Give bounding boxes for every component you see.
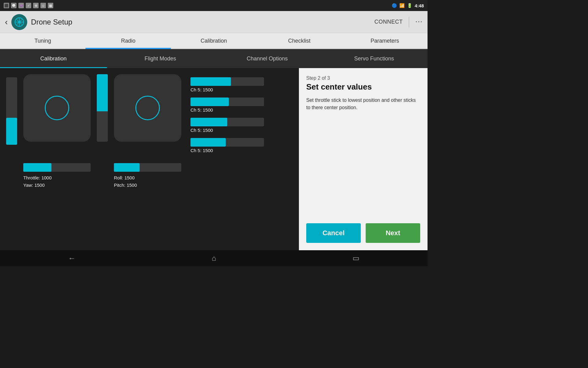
- connect-button[interactable]: CONNECT: [375, 19, 403, 25]
- back-nav-icon[interactable]: ←: [68, 254, 75, 263]
- recent-nav-icon[interactable]: ▭: [352, 254, 360, 263]
- status-icons-left: ⬛ 💬 👾 ✓ ⊕ ☺ ▦: [4, 3, 53, 8]
- divider: [409, 17, 409, 28]
- channel-bar-fill-1: [190, 77, 231, 86]
- sub-tabs: Calibration Flight Modes Channel Options…: [0, 49, 428, 68]
- channel-row-4: Ch 5: 1500: [190, 138, 264, 153]
- icon-4: ✓: [26, 3, 31, 8]
- sub-tab-channel-options[interactable]: Channel Options: [214, 49, 321, 68]
- roll-label: Roll: 1500: [114, 174, 181, 182]
- info-panel: Step 2 of 3 Set center values Set thrott…: [299, 68, 428, 250]
- svg-point-1: [18, 21, 21, 24]
- throttle-label: Throttle: 1000: [23, 174, 91, 182]
- channel-row-2: Ch 5: 1500: [190, 98, 264, 113]
- sub-tab-flight-modes[interactable]: Flight Modes: [107, 49, 214, 68]
- tab-calibration[interactable]: Calibration: [171, 33, 256, 48]
- throttle-fill: [6, 118, 17, 145]
- left-joystick-circle: [45, 96, 69, 120]
- channel-bar-track-4: [190, 138, 264, 147]
- channel-bar-fill-3: [190, 118, 227, 126]
- channels-panel: Ch 5: 1500 Ch 5: 1500 Ch 5: 1500: [190, 74, 264, 158]
- top-tabs: Tuning Radio Calibration Checklist Param…: [0, 33, 428, 49]
- status-icons-right: 🔵 📶 🔋 4:48: [392, 3, 424, 8]
- time-display: 4:48: [415, 3, 424, 8]
- right-stick-label: Roll: 1500 Pitch: 1500: [114, 174, 181, 189]
- tab-radio[interactable]: Radio: [85, 33, 171, 48]
- app-bar-right: CONNECT ⋮: [375, 17, 423, 28]
- app-title: Drone Setup: [31, 18, 72, 26]
- center-track: [97, 74, 108, 142]
- app-bar-left: ‹ Drone Setup: [5, 14, 72, 30]
- throttle-track: [6, 77, 17, 145]
- joystick-row: Ch 5: 1500 Ch 5: 1500 Ch 5: 1500: [6, 74, 293, 158]
- app-logo: [11, 14, 27, 30]
- channel-label-2: Ch 5: 1500: [190, 107, 213, 113]
- step-label: Step 2 of 3: [306, 75, 420, 81]
- tab-tuning[interactable]: Tuning: [0, 33, 85, 48]
- center-fill: [97, 74, 108, 111]
- icon-1: ⬛: [4, 3, 9, 8]
- channel-label-4: Ch 5: 1500: [190, 148, 213, 153]
- channel-bar-track-2: [190, 98, 264, 106]
- home-nav-icon[interactable]: ⌂: [212, 254, 216, 263]
- icon-3: 👾: [18, 3, 24, 8]
- channel-bar-track-3: [190, 118, 264, 126]
- right-horiz-bar: [114, 163, 181, 172]
- bluetooth-icon: 🔵: [392, 3, 397, 8]
- back-chevron-icon[interactable]: ‹: [5, 17, 8, 27]
- left-joystick[interactable]: [23, 74, 91, 142]
- center-slider[interactable]: [97, 74, 108, 142]
- step-description: Set throttle stick to lowest position an…: [306, 97, 420, 111]
- right-joystick-circle: [135, 96, 160, 120]
- right-joystick[interactable]: [114, 74, 181, 142]
- next-button[interactable]: Next: [366, 223, 420, 243]
- more-options-icon[interactable]: ⋮: [415, 18, 423, 26]
- left-horiz-fill: [23, 163, 51, 172]
- sub-tab-calibration[interactable]: Calibration: [0, 49, 107, 68]
- channel-row-3: Ch 5: 1500: [190, 118, 264, 133]
- yaw-label: Yaw: 1500: [23, 182, 91, 189]
- left-joystick-bottom: Throttle: 1000 Yaw: 1500: [23, 163, 91, 189]
- cancel-button[interactable]: Cancel: [306, 223, 361, 243]
- channel-row-1: Ch 5: 1500: [190, 77, 264, 93]
- right-joystick-bottom: Roll: 1500 Pitch: 1500: [114, 163, 181, 189]
- main-content: Ch 5: 1500 Ch 5: 1500 Ch 5: 1500: [0, 68, 428, 250]
- bottom-controls-row: Throttle: 1000 Yaw: 1500 Roll: 1500 Pitc…: [6, 163, 293, 189]
- channel-bar-track-1: [190, 77, 264, 86]
- icon-7: ▦: [48, 3, 53, 8]
- bottom-nav: ← ⌂ ▭: [0, 250, 428, 266]
- controls-panel: Ch 5: 1500 Ch 5: 1500 Ch 5: 1500: [0, 68, 299, 250]
- right-horiz-fill: [114, 163, 140, 172]
- info-content: Step 2 of 3 Set center values Set thrott…: [306, 75, 420, 111]
- channel-label-1: Ch 5: 1500: [190, 87, 213, 92]
- battery-icon: 🔋: [407, 3, 412, 8]
- sub-tab-servo-functions[interactable]: Servo Functions: [321, 49, 428, 68]
- channel-label-3: Ch 5: 1500: [190, 128, 213, 133]
- icon-6: ☺: [40, 3, 46, 8]
- throttle-slider[interactable]: [6, 77, 17, 145]
- dialog-buttons: Cancel Next: [306, 217, 420, 243]
- wifi-icon: 📶: [399, 3, 405, 8]
- step-title: Set center values: [306, 82, 420, 92]
- tab-parameters[interactable]: Parameters: [342, 33, 428, 48]
- pitch-label: Pitch: 1500: [114, 182, 181, 189]
- icon-2: 💬: [11, 3, 17, 8]
- left-stick-label: Throttle: 1000 Yaw: 1500: [23, 174, 91, 189]
- channel-bar-fill-2: [190, 98, 229, 106]
- app-bar: ‹ Drone Setup CONNECT ⋮: [0, 11, 428, 33]
- icon-5: ⊕: [33, 3, 39, 8]
- left-horiz-bar: [23, 163, 91, 172]
- status-bar: ⬛ 💬 👾 ✓ ⊕ ☺ ▦ 🔵 📶 🔋 4:48: [0, 0, 428, 11]
- channel-bar-fill-4: [190, 138, 226, 147]
- tab-checklist[interactable]: Checklist: [257, 33, 342, 48]
